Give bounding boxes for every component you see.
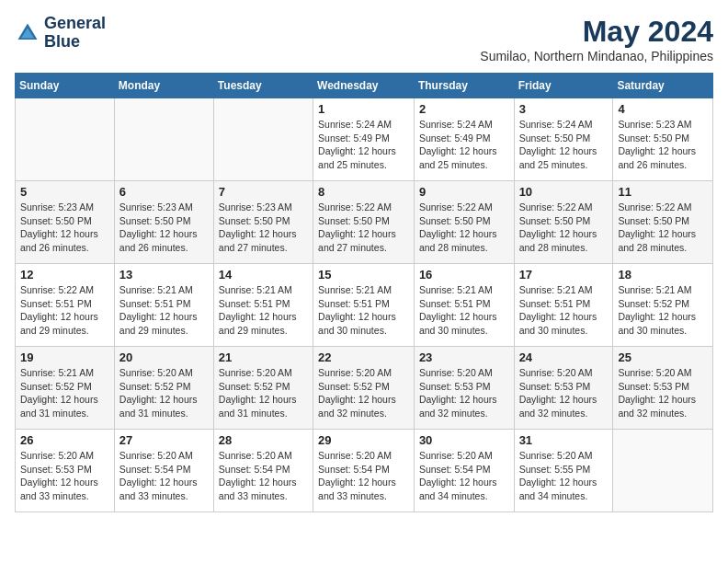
day-info: Sunrise: 5:21 AM Sunset: 5:51 PM Dayligh…: [419, 283, 509, 338]
calendar-cell: 27Sunrise: 5:20 AM Sunset: 5:54 PM Dayli…: [114, 430, 213, 512]
day-info: Sunrise: 5:24 AM Sunset: 5:50 PM Dayligh…: [519, 118, 609, 172]
day-number: 13: [119, 268, 209, 282]
calendar-cell: 15Sunrise: 5:21 AM Sunset: 5:51 PM Dayli…: [313, 264, 415, 347]
day-info: Sunrise: 5:20 AM Sunset: 5:54 PM Dayligh…: [419, 449, 509, 503]
title-area: May 2024 Sumilao, Northern Mindanao, Phi…: [480, 15, 713, 63]
calendar-cell: 1Sunrise: 5:24 AM Sunset: 5:49 PM Daylig…: [313, 98, 415, 181]
calendar-week-row: 1Sunrise: 5:24 AM Sunset: 5:49 PM Daylig…: [16, 98, 713, 181]
day-info: Sunrise: 5:20 AM Sunset: 5:55 PM Dayligh…: [519, 449, 609, 503]
day-number: 11: [618, 185, 708, 199]
calendar-cell: 30Sunrise: 5:20 AM Sunset: 5:54 PM Dayli…: [414, 430, 514, 512]
calendar-cell: 8Sunrise: 5:22 AM Sunset: 5:50 PM Daylig…: [313, 181, 415, 264]
calendar-week-row: 5Sunrise: 5:23 AM Sunset: 5:50 PM Daylig…: [16, 181, 713, 264]
weekday-header-tuesday: Tuesday: [213, 74, 313, 98]
calendar-cell: [613, 430, 713, 512]
day-info: Sunrise: 5:20 AM Sunset: 5:52 PM Dayligh…: [219, 366, 308, 420]
day-info: Sunrise: 5:20 AM Sunset: 5:52 PM Dayligh…: [119, 366, 209, 420]
day-info: Sunrise: 5:20 AM Sunset: 5:53 PM Dayligh…: [419, 366, 509, 420]
day-info: Sunrise: 5:20 AM Sunset: 5:54 PM Dayligh…: [219, 449, 308, 503]
month-year-title: May 2024: [480, 15, 713, 49]
day-number: 23: [419, 350, 509, 364]
day-number: 10: [519, 185, 609, 199]
calendar-cell: [16, 98, 115, 181]
calendar-cell: 4Sunrise: 5:23 AM Sunset: 5:50 PM Daylig…: [613, 98, 713, 181]
weekday-header-monday: Monday: [114, 74, 213, 98]
day-number: 5: [20, 185, 109, 199]
day-info: Sunrise: 5:21 AM Sunset: 5:51 PM Dayligh…: [119, 283, 209, 338]
calendar-cell: [114, 98, 213, 181]
day-info: Sunrise: 5:24 AM Sunset: 5:49 PM Dayligh…: [419, 118, 509, 172]
calendar-cell: 26Sunrise: 5:20 AM Sunset: 5:53 PM Dayli…: [16, 430, 115, 512]
day-number: 28: [219, 433, 308, 447]
day-number: 19: [20, 350, 109, 364]
calendar-cell: 12Sunrise: 5:22 AM Sunset: 5:51 PM Dayli…: [16, 264, 115, 347]
calendar-cell: [213, 98, 313, 181]
calendar-cell: 22Sunrise: 5:20 AM Sunset: 5:52 PM Dayli…: [313, 347, 415, 430]
location-subtitle: Sumilao, Northern Mindanao, Philippines: [480, 49, 713, 63]
calendar-cell: 17Sunrise: 5:21 AM Sunset: 5:51 PM Dayli…: [514, 264, 613, 347]
weekday-header-friday: Friday: [514, 74, 613, 98]
day-info: Sunrise: 5:20 AM Sunset: 5:53 PM Dayligh…: [618, 366, 708, 420]
page-header: General Blue May 2024 Sumilao, Northern …: [15, 15, 713, 63]
day-number: 20: [119, 350, 209, 364]
day-number: 31: [519, 433, 609, 447]
day-number: 22: [318, 350, 409, 364]
calendar-cell: 3Sunrise: 5:24 AM Sunset: 5:50 PM Daylig…: [514, 98, 613, 181]
calendar-cell: 29Sunrise: 5:20 AM Sunset: 5:54 PM Dayli…: [313, 430, 415, 512]
day-number: 27: [119, 433, 209, 447]
day-number: 30: [419, 433, 509, 447]
day-number: 26: [20, 433, 109, 447]
day-info: Sunrise: 5:22 AM Sunset: 5:50 PM Dayligh…: [419, 201, 509, 255]
day-number: 1: [318, 102, 409, 116]
day-info: Sunrise: 5:23 AM Sunset: 5:50 PM Dayligh…: [219, 201, 308, 255]
day-number: 2: [419, 102, 509, 116]
day-info: Sunrise: 5:21 AM Sunset: 5:51 PM Dayligh…: [219, 283, 308, 338]
day-number: 18: [618, 268, 708, 282]
calendar-cell: 18Sunrise: 5:21 AM Sunset: 5:52 PM Dayli…: [613, 264, 713, 347]
day-info: Sunrise: 5:23 AM Sunset: 5:50 PM Dayligh…: [119, 201, 209, 255]
day-number: 24: [519, 350, 609, 364]
calendar-cell: 11Sunrise: 5:22 AM Sunset: 5:50 PM Dayli…: [613, 181, 713, 264]
day-info: Sunrise: 5:21 AM Sunset: 5:52 PM Dayligh…: [618, 283, 708, 338]
calendar-week-row: 26Sunrise: 5:20 AM Sunset: 5:53 PM Dayli…: [16, 430, 713, 512]
calendar-cell: 2Sunrise: 5:24 AM Sunset: 5:49 PM Daylig…: [414, 98, 514, 181]
day-info: Sunrise: 5:21 AM Sunset: 5:51 PM Dayligh…: [519, 283, 609, 338]
logo-text: General Blue: [44, 15, 106, 52]
day-info: Sunrise: 5:20 AM Sunset: 5:53 PM Dayligh…: [20, 449, 109, 503]
day-info: Sunrise: 5:20 AM Sunset: 5:54 PM Dayligh…: [318, 449, 409, 503]
day-number: 29: [318, 433, 409, 447]
day-info: Sunrise: 5:23 AM Sunset: 5:50 PM Dayligh…: [20, 201, 109, 255]
calendar-cell: 31Sunrise: 5:20 AM Sunset: 5:55 PM Dayli…: [514, 430, 613, 512]
day-info: Sunrise: 5:22 AM Sunset: 5:51 PM Dayligh…: [20, 283, 109, 338]
day-info: Sunrise: 5:22 AM Sunset: 5:50 PM Dayligh…: [618, 201, 708, 255]
logo: General Blue: [15, 15, 106, 52]
day-info: Sunrise: 5:23 AM Sunset: 5:50 PM Dayligh…: [618, 118, 708, 172]
day-number: 21: [219, 350, 308, 364]
day-number: 8: [318, 185, 409, 199]
calendar-week-row: 19Sunrise: 5:21 AM Sunset: 5:52 PM Dayli…: [16, 347, 713, 430]
day-info: Sunrise: 5:20 AM Sunset: 5:52 PM Dayligh…: [318, 366, 409, 420]
calendar-cell: 28Sunrise: 5:20 AM Sunset: 5:54 PM Dayli…: [213, 430, 313, 512]
day-number: 14: [219, 268, 308, 282]
calendar-cell: 9Sunrise: 5:22 AM Sunset: 5:50 PM Daylig…: [414, 181, 514, 264]
day-info: Sunrise: 5:22 AM Sunset: 5:50 PM Dayligh…: [318, 201, 409, 255]
calendar-cell: 23Sunrise: 5:20 AM Sunset: 5:53 PM Dayli…: [414, 347, 514, 430]
calendar-cell: 16Sunrise: 5:21 AM Sunset: 5:51 PM Dayli…: [414, 264, 514, 347]
day-number: 4: [618, 102, 708, 116]
day-number: 6: [119, 185, 209, 199]
day-number: 7: [219, 185, 308, 199]
calendar-cell: 20Sunrise: 5:20 AM Sunset: 5:52 PM Dayli…: [114, 347, 213, 430]
weekday-header-wednesday: Wednesday: [313, 74, 415, 98]
calendar-cell: 24Sunrise: 5:20 AM Sunset: 5:53 PM Dayli…: [514, 347, 613, 430]
day-number: 17: [519, 268, 609, 282]
day-info: Sunrise: 5:20 AM Sunset: 5:53 PM Dayligh…: [519, 366, 609, 420]
calendar-table: SundayMondayTuesdayWednesdayThursdayFrid…: [15, 73, 713, 512]
calendar-week-row: 12Sunrise: 5:22 AM Sunset: 5:51 PM Dayli…: [16, 264, 713, 347]
day-number: 9: [419, 185, 509, 199]
day-info: Sunrise: 5:20 AM Sunset: 5:54 PM Dayligh…: [119, 449, 209, 503]
weekday-header-row: SundayMondayTuesdayWednesdayThursdayFrid…: [16, 74, 713, 98]
day-number: 15: [318, 268, 409, 282]
calendar-cell: 25Sunrise: 5:20 AM Sunset: 5:53 PM Dayli…: [613, 347, 713, 430]
calendar-cell: 19Sunrise: 5:21 AM Sunset: 5:52 PM Dayli…: [16, 347, 115, 430]
day-info: Sunrise: 5:21 AM Sunset: 5:52 PM Dayligh…: [20, 366, 109, 420]
